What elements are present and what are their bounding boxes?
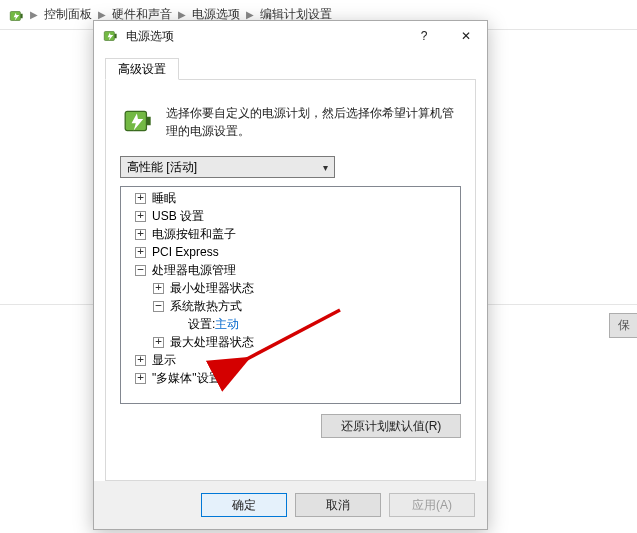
power-options-dialog: 电源选项 ? ✕ 高级设置 选择你要自定义的电源计划，然后选择你希望计算机管理 (93, 20, 488, 530)
tree-node-label: PCI Express (152, 245, 219, 259)
tree-node[interactable]: +USB 设置 (123, 207, 458, 225)
chevron-right-icon: ▶ (246, 9, 254, 20)
expand-icon[interactable]: + (135, 355, 146, 366)
tree-node-label: 最小处理器状态 (170, 280, 254, 297)
save-button-label: 保 (618, 317, 630, 334)
svg-rect-1 (20, 13, 22, 18)
close-button[interactable]: ✕ (445, 21, 487, 51)
tree-node-label: 显示 (152, 352, 176, 369)
tree-node-value[interactable]: 主动 (215, 316, 239, 333)
tree-node[interactable]: −系统散热方式 (123, 297, 458, 315)
collapse-icon[interactable]: − (135, 265, 146, 276)
chevron-right-icon: ▶ (178, 9, 186, 20)
tree-node[interactable]: 设置: 主动 (123, 315, 458, 333)
tree-node[interactable]: +PCI Express (123, 243, 458, 261)
help-icon: ? (421, 29, 428, 43)
cancel-button[interactable]: 取消 (295, 493, 381, 517)
power-plan-select[interactable]: 高性能 [活动] ▾ (120, 156, 335, 178)
plan-select-value: 高性能 [活动] (127, 159, 197, 176)
cancel-label: 取消 (326, 497, 350, 514)
tree-node[interactable]: +"多媒体"设置 (123, 369, 458, 387)
collapse-icon[interactable]: − (153, 301, 164, 312)
restore-defaults-button[interactable]: 还原计划默认值(R) (321, 414, 461, 438)
power-options-icon (102, 27, 120, 45)
tree-node[interactable]: +电源按钮和盖子 (123, 225, 458, 243)
tree-node[interactable]: −处理器电源管理 (123, 261, 458, 279)
tree-node-label: USB 设置 (152, 208, 204, 225)
expand-icon[interactable]: + (153, 337, 164, 348)
help-button[interactable]: ? (403, 21, 445, 51)
dialog-description: 选择你要自定义的电源计划，然后选择你希望计算机管理的电源设置。 (166, 104, 459, 140)
apply-button: 应用(A) (389, 493, 475, 517)
chevron-down-icon: ▾ (323, 162, 328, 173)
svg-rect-3 (114, 34, 116, 39)
tree-node[interactable]: +最小处理器状态 (123, 279, 458, 297)
chevron-right-icon: ▶ (30, 9, 38, 20)
tree-node-label: 系统散热方式 (170, 298, 242, 315)
power-plan-large-icon (122, 104, 156, 140)
tree-node-label: "多媒体"设置 (152, 370, 221, 387)
tree-node-label: 设置: (188, 316, 215, 333)
titlebar: 电源选项 ? ✕ (94, 21, 487, 51)
settings-tree[interactable]: +睡眠+USB 设置+电源按钮和盖子+PCI Express−处理器电源管理+最… (120, 186, 461, 404)
crumb-control-panel[interactable]: 控制面板 (44, 6, 92, 23)
dialog-footer: 确定 取消 应用(A) (94, 481, 487, 529)
expand-icon[interactable]: + (135, 373, 146, 384)
restore-defaults-label: 还原计划默认值(R) (341, 418, 442, 435)
tab-panel: 高级设置 选择你要自定义的电源计划，然后选择你希望计算机管理的电源设置。 高性能… (105, 79, 476, 481)
tab-advanced-settings[interactable]: 高级设置 (105, 58, 179, 80)
expand-icon[interactable]: + (135, 211, 146, 222)
tree-node-label: 睡眠 (152, 190, 176, 207)
expand-icon[interactable]: + (153, 283, 164, 294)
expand-icon[interactable]: + (135, 229, 146, 240)
tree-node[interactable]: +睡眠 (123, 189, 458, 207)
power-options-icon (8, 7, 24, 23)
svg-rect-5 (146, 117, 150, 126)
tree-node-label: 最大处理器状态 (170, 334, 254, 351)
chevron-right-icon: ▶ (98, 9, 106, 20)
tree-node-label: 电源按钮和盖子 (152, 226, 236, 243)
save-changes-button[interactable]: 保 (609, 313, 637, 338)
expand-icon[interactable]: + (135, 247, 146, 258)
apply-label: 应用(A) (412, 497, 452, 514)
dialog-title: 电源选项 (120, 28, 403, 45)
tree-node[interactable]: +最大处理器状态 (123, 333, 458, 351)
tab-label: 高级设置 (118, 61, 166, 78)
ok-button[interactable]: 确定 (201, 493, 287, 517)
close-icon: ✕ (461, 29, 471, 43)
expand-icon[interactable]: + (135, 193, 146, 204)
tree-node-label: 处理器电源管理 (152, 262, 236, 279)
tree-node[interactable]: +显示 (123, 351, 458, 369)
ok-label: 确定 (232, 497, 256, 514)
